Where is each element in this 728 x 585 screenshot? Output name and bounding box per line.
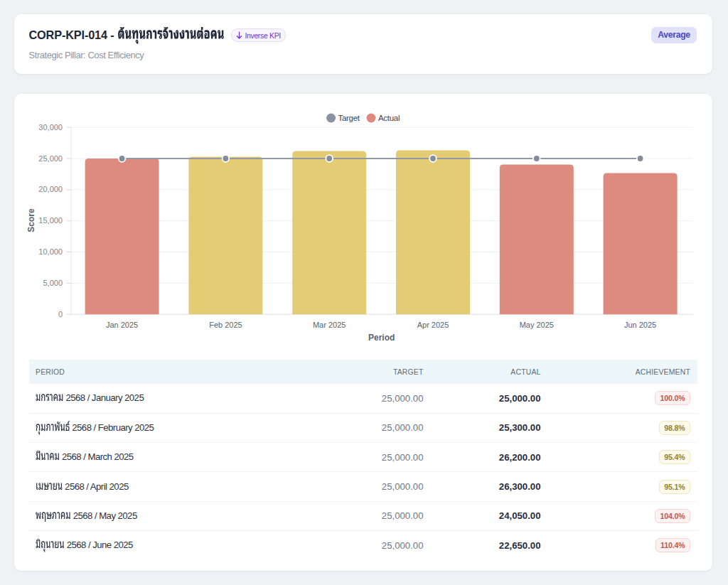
- svg-text:10,000: 10,000: [38, 247, 63, 256]
- svg-text:2568 / May 2025: 2568 / May 2025: [73, 510, 137, 521]
- svg-text:25,000: 25,000: [38, 154, 63, 163]
- svg-text:2568 / April 2025: 2568 / April 2025: [65, 481, 129, 492]
- svg-text:Feb 2025: Feb 2025: [209, 321, 242, 329]
- svg-text:5,000: 5,000: [43, 279, 63, 287]
- svg-text:Actual: Actual: [378, 114, 400, 122]
- svg-text:Jan 2025: Jan 2025: [106, 321, 138, 329]
- svg-text:Score: Score: [26, 208, 36, 232]
- svg-text:Jun 2025: Jun 2025: [624, 321, 656, 329]
- svg-text:Target: Target: [338, 114, 360, 122]
- svg-text:0: 0: [58, 310, 63, 318]
- svg-text:15,000: 15,000: [38, 216, 63, 225]
- svg-text:Mar 2025: Mar 2025: [313, 321, 346, 329]
- svg-text:2568 / February 2025: 2568 / February 2025: [72, 422, 154, 433]
- svg-text:Apr 2025: Apr 2025: [417, 321, 449, 329]
- svg-text:2568 / March 2025: 2568 / March 2025: [62, 451, 134, 462]
- svg-text:2568 / January 2025: 2568 / January 2025: [65, 392, 144, 403]
- svg-text:30,000: 30,000: [38, 123, 63, 132]
- svg-text:20,000: 20,000: [38, 185, 63, 193]
- svg-text:May 2025: May 2025: [520, 321, 554, 329]
- svg-text:Period: Period: [368, 333, 395, 343]
- svg-text:2568 / June 2025: 2568 / June 2025: [67, 540, 133, 550]
